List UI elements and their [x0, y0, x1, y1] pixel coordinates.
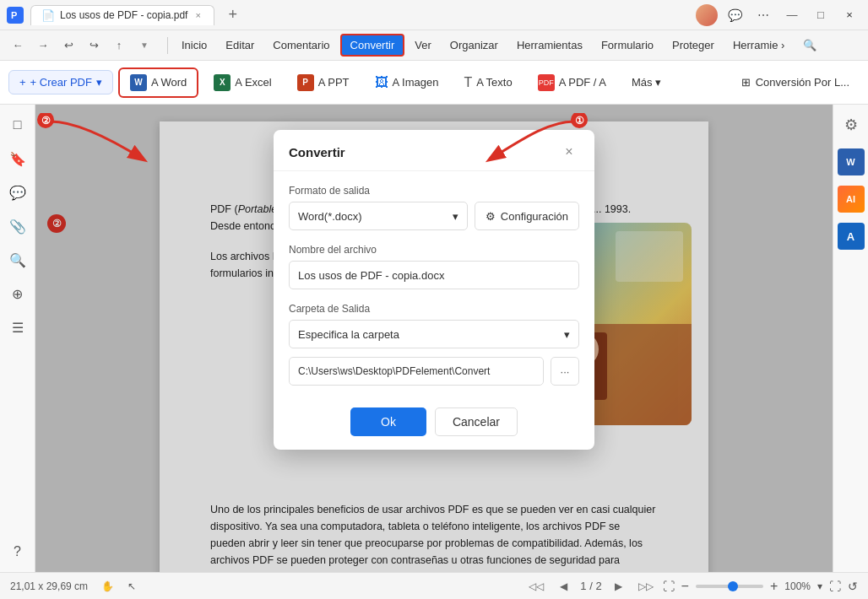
folder-path-row: ··· [289, 357, 579, 386]
zoom-in-btn[interactable]: + [770, 579, 778, 594]
sidebar-search-icon[interactable]: 🔍 [4, 246, 31, 273]
modal-overlay: Convertir × Formato de salida Word(*.doc… [35, 105, 833, 572]
undo-btn[interactable]: ↩ [57, 35, 79, 57]
maximize-btn[interactable]: □ [809, 3, 833, 27]
back-btn[interactable]: ← [7, 35, 29, 57]
config-btn[interactable]: ⚙ Configuración [475, 202, 579, 230]
left-sidebar: □ 🔖 💬 📎 🔍 ⊕ ☰ ? ② [0, 105, 35, 572]
right-sidebar: ⚙ W AI A [833, 105, 868, 572]
create-pdf-btn[interactable]: + + Crear PDF ▾ [8, 70, 113, 94]
right-word-ai-icon[interactable]: W [838, 148, 865, 175]
dimensions-label: 21,01 x 29,69 cm [10, 580, 88, 592]
modal-body: Formato de salida Word(*.docx) ▾ ⚙ Confi… [274, 171, 594, 402]
toolbar-icons: ← → ↩ ↪ ↑ ▼ [7, 35, 155, 57]
zoom-slider[interactable] [696, 585, 763, 588]
to-word-btn[interactable]: W A Word [118, 67, 198, 98]
sidebar-thumbnail-icon[interactable]: □ [4, 111, 31, 138]
pdf-a-icon: PDF [538, 74, 555, 91]
window-controls: 💬 ⋯ — □ × [696, 3, 861, 27]
menu-formulario[interactable]: Formulario [593, 35, 662, 55]
search-btn[interactable]: 🔍 [795, 35, 825, 55]
format-label: Formato de salida [289, 185, 579, 197]
upload-btn[interactable]: ↑ [108, 35, 130, 57]
sidebar-comment-icon[interactable]: 💬 [4, 179, 31, 206]
zoom-out-btn[interactable]: − [681, 579, 689, 594]
ok-btn[interactable]: Ok [350, 407, 426, 436]
menu-ver[interactable]: Ver [406, 35, 440, 55]
modal-title: Convertir [289, 145, 345, 159]
menu-comentario[interactable]: Comentario [264, 35, 338, 55]
zoom-dropdown[interactable]: ▾ [817, 580, 822, 592]
filename-label: Nombre del archivo [289, 244, 579, 256]
active-tab[interactable]: 📄 Los usos de PDF - copia.pdf × [30, 5, 214, 25]
folder-dropdown[interactable]: Especifica la carpeta ▾ [289, 320, 579, 348]
new-tab-btn[interactable]: + [221, 3, 245, 27]
folder-dropdown-arrow: ▾ [564, 328, 570, 341]
menu-organizar[interactable]: Organizar [442, 35, 507, 55]
rotate-btn[interactable]: ↺ [848, 580, 858, 593]
sidebar-layers-icon[interactable]: ⊕ [4, 280, 31, 307]
modal-footer: Ok Cancelar [274, 402, 594, 450]
image-icon: 🖼 [375, 75, 388, 90]
menu-herramientas[interactable]: Herramientas [508, 35, 591, 55]
menu-herramientas2[interactable]: Herramie › [724, 35, 793, 55]
document-area: Los Usos de archivos PDF PDF (Portable D… [35, 105, 833, 572]
forward-btn[interactable]: → [32, 35, 54, 57]
to-pdf-a-btn[interactable]: PDF A PDF / A [528, 69, 616, 96]
to-text-btn[interactable]: T A Texto [453, 70, 522, 95]
modal-close-btn[interactable]: × [559, 142, 579, 162]
create-dropdown-arrow: ▾ [96, 76, 102, 89]
fullscreen-btn[interactable]: ⛶ [829, 580, 841, 593]
right-ai-blue-icon[interactable]: A [838, 223, 865, 250]
menu-convertir[interactable]: Convertir [340, 34, 405, 57]
status-bar: 21,01 x 29,69 cm ✋ ↖ ◁◁ ◀ 1 / 2 ▶ ▷▷ ⛶ −… [0, 572, 868, 599]
conversion-por-label[interactable]: ⊞ Conversión Por L... [731, 71, 860, 94]
cancel-btn[interactable]: Cancelar [435, 407, 518, 436]
sidebar-help-icon[interactable]: ? [4, 538, 31, 565]
minimize-btn[interactable]: — [780, 3, 804, 27]
text-convert-icon: T [464, 75, 472, 90]
status-right: ◁◁ ◀ 1 / 2 ▶ ▷▷ ⛶ − + 100% ▾ ⛶ ↺ [526, 576, 858, 596]
right-settings-icon[interactable]: ⚙ [838, 111, 865, 138]
tab-close-btn[interactable]: × [193, 9, 203, 21]
folder-browse-btn[interactable]: ··· [551, 357, 579, 386]
nav-prev-btn[interactable]: ◀ [553, 576, 573, 596]
fit-page-icon[interactable]: ⛶ [663, 580, 675, 593]
menu-proteger[interactable]: Proteger [664, 35, 723, 55]
menu-editar[interactable]: Editar [217, 35, 263, 55]
select-tool-icon[interactable]: ↖ [127, 580, 136, 592]
folder-path-input[interactable] [289, 357, 544, 386]
to-ppt-btn[interactable]: P A PPT [287, 69, 360, 96]
title-bar-left: P 📄 Los usos de PDF - copia.pdf × + [7, 3, 245, 27]
config-icon: ⚙ [486, 210, 496, 223]
menu-bar: ← → ↩ ↪ ↑ ▼ Inicio Editar Comentario Con… [0, 30, 868, 61]
format-row: Word(*.docx) ▾ ⚙ Configuración [289, 202, 579, 230]
sidebar-bookmark-icon[interactable]: 🔖 [4, 145, 31, 172]
redo-btn[interactable]: ↪ [83, 35, 105, 57]
nav-last-btn[interactable]: ▷▷ [636, 576, 656, 596]
nav-first-btn[interactable]: ◁◁ [526, 576, 546, 596]
sidebar-attach-icon[interactable]: 📎 [4, 213, 31, 240]
format-select[interactable]: Word(*.docx) ▾ [289, 202, 468, 230]
format-dropdown-arrow: ▾ [453, 210, 458, 223]
more-btn[interactable]: Más ▾ [621, 71, 671, 94]
to-image-btn[interactable]: 🖼 A Imagen [365, 70, 449, 95]
zoom-level: 100% [784, 580, 811, 592]
nav-next-btn[interactable]: ▶ [609, 576, 629, 596]
zoom-thumb [728, 581, 738, 591]
right-ai-bubble-icon[interactable]: AI [838, 186, 865, 213]
page-info: 1 / 2 [580, 580, 601, 592]
folder-label: Carpeta de Salida [289, 303, 579, 315]
ppt-icon: P [297, 74, 314, 91]
hand-tool-icon[interactable]: ✋ [101, 580, 114, 592]
sidebar-fields-icon[interactable]: ☰ [4, 314, 31, 341]
menu-inicio[interactable]: Inicio [173, 35, 215, 55]
menu-dots-btn[interactable]: ⋯ [751, 3, 775, 27]
to-excel-btn[interactable]: X A Excel [203, 69, 281, 96]
app-icon: P [7, 7, 24, 24]
filename-input[interactable] [289, 261, 579, 289]
more-tools-btn[interactable]: ▼ [133, 35, 155, 57]
close-window-btn[interactable]: × [838, 3, 861, 27]
user-avatar [696, 4, 718, 26]
chat-btn[interactable]: 💬 [723, 3, 746, 27]
